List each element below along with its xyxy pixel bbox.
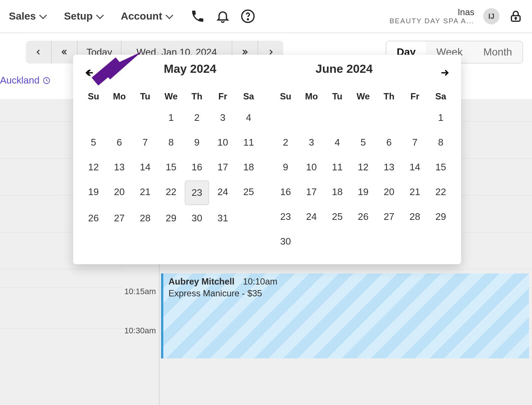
day-cell[interactable]: 3 bbox=[299, 131, 324, 154]
day-cell[interactable]: 27 bbox=[377, 205, 401, 228]
bell-icon[interactable] bbox=[215, 9, 230, 24]
day-cell[interactable]: 7 bbox=[403, 131, 427, 154]
day-cell[interactable]: 15 bbox=[429, 156, 453, 179]
day-cell[interactable]: 29 bbox=[429, 205, 453, 228]
timezone-label[interactable]: Auckland bbox=[0, 75, 51, 86]
day-cell[interactable]: 28 bbox=[403, 205, 427, 228]
day-cell[interactable]: 29 bbox=[159, 207, 183, 230]
day-cell[interactable]: 4 bbox=[236, 106, 261, 129]
account-area[interactable]: Inas BEAUTY DAY SPA A... IJ bbox=[389, 7, 523, 25]
nav-icons bbox=[190, 9, 255, 24]
nav-account[interactable]: Account bbox=[121, 10, 173, 22]
day-cell[interactable]: 11 bbox=[236, 131, 261, 154]
dow-cell: Sa bbox=[236, 88, 262, 105]
day-cell[interactable]: 26 bbox=[351, 205, 375, 228]
day-cell[interactable]: 31 bbox=[211, 207, 235, 230]
day-cell[interactable]: 13 bbox=[107, 156, 132, 179]
day-cell[interactable]: 18 bbox=[236, 156, 261, 179]
month-title-1: June 2024 bbox=[267, 62, 421, 76]
day-cell[interactable]: 10 bbox=[211, 131, 235, 154]
day-cell[interactable]: 14 bbox=[403, 156, 427, 179]
user-name: Inas bbox=[389, 7, 474, 17]
nav-account-label: Account bbox=[121, 10, 162, 22]
day-cell[interactable]: 2 bbox=[185, 106, 209, 129]
day-cell[interactable]: 4 bbox=[325, 131, 349, 154]
day-cell[interactable]: 5 bbox=[351, 131, 375, 154]
day-cell[interactable]: 12 bbox=[81, 156, 106, 179]
timezone-text: Auckland bbox=[0, 75, 40, 86]
day-cell[interactable]: 17 bbox=[211, 156, 235, 179]
lock-icon[interactable] bbox=[508, 9, 523, 24]
week-row: 262728293031 bbox=[81, 206, 262, 231]
day-cell[interactable]: 30 bbox=[273, 230, 298, 253]
day-cell[interactable]: 7 bbox=[133, 131, 157, 154]
day-cell[interactable]: 27 bbox=[107, 207, 132, 230]
day-cell[interactable]: 9 bbox=[273, 156, 298, 179]
day-cell[interactable]: 25 bbox=[325, 205, 349, 228]
day-cell[interactable]: 16 bbox=[273, 180, 298, 204]
day-cell[interactable]: 21 bbox=[133, 180, 157, 205]
day-cell[interactable]: 26 bbox=[81, 207, 106, 230]
day-cell[interactable]: 8 bbox=[429, 131, 453, 154]
help-icon[interactable] bbox=[241, 9, 255, 24]
week-row: 567891011 bbox=[81, 130, 262, 155]
chevron-down-icon bbox=[40, 14, 46, 18]
avatar[interactable]: IJ bbox=[483, 8, 499, 24]
day-cell[interactable]: 3 bbox=[211, 106, 235, 129]
day-cell-empty bbox=[403, 106, 427, 129]
day-cell[interactable]: 22 bbox=[429, 180, 453, 204]
day-cell[interactable]: 11 bbox=[325, 156, 349, 179]
dow-cell: Th bbox=[376, 88, 402, 105]
day-cell[interactable]: 17 bbox=[299, 180, 324, 204]
month-grid: SuMoTuWeThFrSa12345678910111213141516171… bbox=[273, 88, 454, 254]
prev-day-button[interactable] bbox=[26, 41, 52, 64]
picker-prev-button[interactable] bbox=[81, 65, 98, 82]
day-cell[interactable]: 24 bbox=[211, 180, 235, 205]
day-cell[interactable]: 15 bbox=[159, 156, 183, 179]
day-cell[interactable]: 23 bbox=[273, 205, 298, 228]
day-cell[interactable]: 30 bbox=[185, 207, 209, 230]
day-cell[interactable]: 19 bbox=[81, 180, 106, 205]
day-cell[interactable]: 6 bbox=[107, 131, 132, 154]
day-cell[interactable]: 12 bbox=[351, 156, 375, 179]
day-cell[interactable]: 1 bbox=[159, 106, 183, 129]
day-cell[interactable]: 16 bbox=[185, 156, 209, 179]
day-cell[interactable]: 25 bbox=[236, 180, 261, 205]
day-cell[interactable]: 8 bbox=[159, 131, 183, 154]
dow-cell: We bbox=[350, 88, 376, 105]
day-cell[interactable]: 9 bbox=[185, 131, 209, 154]
day-cell[interactable]: 22 bbox=[159, 180, 183, 205]
appointment-customer: Aubrey Mitchell bbox=[168, 276, 235, 286]
day-cell[interactable]: 20 bbox=[377, 180, 401, 204]
dow-cell: Fr bbox=[402, 88, 428, 105]
chevron-down-icon bbox=[167, 14, 173, 18]
day-cell[interactable]: 13 bbox=[377, 156, 401, 179]
nav-sales[interactable]: Sales bbox=[9, 10, 46, 22]
day-cell[interactable]: 18 bbox=[325, 180, 349, 204]
day-cell[interactable]: 5 bbox=[81, 131, 106, 154]
day-cell[interactable]: 2 bbox=[273, 131, 298, 154]
view-month-label: Month bbox=[483, 46, 512, 58]
phone-icon[interactable] bbox=[190, 9, 205, 24]
day-cell[interactable]: 14 bbox=[133, 156, 157, 179]
day-cell[interactable]: 24 bbox=[299, 205, 324, 228]
day-cell[interactable]: 1 bbox=[429, 106, 453, 129]
day-cell[interactable]: 10 bbox=[299, 156, 324, 179]
view-month-button[interactable]: Month bbox=[473, 41, 522, 63]
day-cell[interactable]: 21 bbox=[403, 180, 427, 204]
appointment-card[interactable]: Aubrey Mitchell 10:10am Express Manicure… bbox=[161, 273, 529, 358]
chevron-down-icon bbox=[97, 14, 103, 18]
nav-setup[interactable]: Setup bbox=[64, 10, 103, 22]
day-cell-empty bbox=[325, 230, 349, 253]
day-cell[interactable]: 6 bbox=[377, 131, 401, 154]
day-cell[interactable]: 23 bbox=[185, 180, 209, 205]
picker-header: May 2024 June 2024 bbox=[81, 62, 454, 85]
day-cell[interactable]: 20 bbox=[107, 180, 132, 205]
week-row: 1 bbox=[273, 105, 454, 130]
time-1015: 10:15am bbox=[124, 287, 156, 296]
picker-next-button[interactable] bbox=[436, 65, 454, 82]
nav-setup-label: Setup bbox=[64, 10, 93, 22]
day-cell[interactable]: 19 bbox=[351, 180, 375, 204]
day-cell[interactable]: 28 bbox=[133, 207, 157, 230]
svg-point-3 bbox=[515, 17, 516, 18]
